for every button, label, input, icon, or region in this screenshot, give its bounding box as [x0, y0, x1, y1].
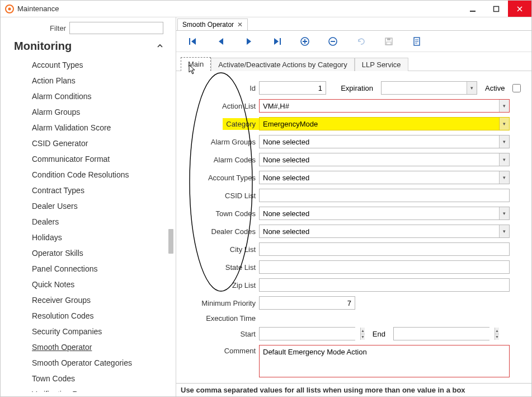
inner-tab[interactable]: LLP Service — [355, 58, 408, 71]
alarm-groups-value: None selected — [263, 138, 309, 146]
comment-textarea[interactable] — [259, 345, 510, 377]
undo-button[interactable] — [355, 36, 366, 47]
end-input[interactable] — [394, 328, 495, 340]
state-list-label: State List — [186, 263, 259, 272]
minimize-button[interactable] — [461, 1, 484, 17]
close-tab-icon[interactable]: ✕ — [237, 21, 243, 29]
inner-tabs: MainActivate/Deactivate Actions by Categ… — [176, 52, 531, 71]
csid-list-input[interactable] — [259, 189, 510, 202]
sidebar-item[interactable]: Town Codes — [5, 371, 176, 386]
spin-up-icon[interactable]: ▲ — [495, 328, 499, 334]
sidebar-item[interactable]: Alarm Groups — [5, 104, 176, 120]
sidebar: Filter Monitoring Account TypesAction Pl… — [1, 17, 176, 396]
csid-list-label: CSID List — [186, 192, 259, 200]
dealer-codes-select[interactable]: None selected ▾ — [259, 225, 510, 238]
sidebar-item[interactable]: Communicator Format — [5, 151, 176, 167]
sidebar-item[interactable]: Receiver Groups — [5, 292, 176, 308]
action-list-select[interactable]: VM#,H# ▾ — [259, 99, 510, 113]
id-label: Id — [186, 84, 259, 92]
svg-rect-3 — [494, 6, 499, 11]
app-icon — [5, 4, 14, 13]
log-button[interactable] — [411, 36, 422, 47]
alarm-groups-label: Alarm Groups — [186, 138, 259, 146]
start-spinner[interactable]: ▲▼ — [259, 327, 355, 340]
zip-list-input[interactable] — [259, 278, 510, 292]
maximize-button[interactable] — [484, 1, 508, 17]
sidebar-item[interactable]: CSID Generator — [5, 136, 176, 151]
dropdown-icon: ▾ — [499, 225, 509, 237]
alarm-codes-label: Alarm Codes — [186, 156, 259, 164]
account-types-select[interactable]: None selected ▾ — [259, 171, 510, 184]
filter-row: Filter — [5, 22, 176, 34]
sidebar-item[interactable]: Smooth Operator — [5, 339, 176, 355]
sidebar-item[interactable]: Alarm Conditions — [5, 88, 176, 104]
active-checkbox[interactable] — [512, 84, 521, 92]
sidebar-item[interactable]: Smooth Operator Categories — [5, 355, 176, 371]
prev-record-button[interactable] — [215, 36, 227, 47]
sidebar-item[interactable]: Alarm Validation Score — [5, 120, 176, 136]
last-record-button[interactable] — [271, 36, 283, 47]
chevron-up-icon — [157, 42, 163, 51]
svg-rect-2 — [470, 11, 475, 12]
close-button[interactable] — [508, 1, 531, 17]
sidebar-item[interactable]: Security Companies — [5, 324, 176, 339]
city-list-input[interactable] — [259, 242, 510, 256]
end-spinner[interactable]: ▲▼ — [393, 327, 489, 340]
svg-rect-5 — [280, 38, 281, 45]
filter-input[interactable] — [69, 22, 163, 34]
alarm-codes-select[interactable]: None selected ▾ — [259, 153, 510, 166]
inner-tab[interactable]: Main — [181, 57, 211, 71]
svg-rect-9 — [387, 38, 390, 40]
svg-rect-10 — [387, 42, 391, 45]
first-record-button[interactable] — [187, 36, 199, 47]
sidebar-item[interactable]: Contract Types — [5, 183, 176, 198]
inner-tab[interactable]: Activate/Deactivate Actions by Category — [211, 58, 355, 71]
sidebar-item[interactable]: Operator Skills — [5, 245, 176, 261]
min-priority-input[interactable] — [259, 296, 355, 310]
state-list-input[interactable] — [259, 260, 510, 274]
statusbar: Use comma separated values for all lists… — [176, 383, 531, 396]
titlebar: Maintenance — [1, 1, 531, 17]
next-record-button[interactable] — [243, 36, 255, 47]
dropdown-icon: ▾ — [467, 82, 477, 94]
svg-rect-4 — [189, 38, 190, 45]
nav-list: Account TypesAction PlansAlarm Condition… — [5, 57, 176, 392]
town-codes-select[interactable]: None selected ▾ — [259, 207, 510, 220]
account-types-label: Account Types — [186, 174, 259, 182]
form-area: Id Expiration ▾ Active Action List — [176, 71, 531, 383]
action-list-value: VM#,H# — [263, 102, 289, 110]
start-input[interactable] — [260, 328, 360, 340]
category-select[interactable]: EmergencyMode ▾ — [259, 117, 510, 130]
remove-button[interactable] — [327, 36, 338, 47]
sidebar-section-monitoring[interactable]: Monitoring — [5, 39, 176, 57]
file-tab-label: Smooth Operator — [182, 21, 234, 29]
add-button[interactable] — [299, 36, 310, 47]
expiration-select[interactable]: ▾ — [381, 81, 477, 95]
account-types-value: None selected — [263, 174, 309, 182]
sidebar-item[interactable]: Dealers — [5, 214, 176, 230]
sidebar-item[interactable]: Condition Code Resolutions — [5, 167, 176, 183]
sidebar-item[interactable]: Account Types — [5, 57, 176, 73]
sidebar-scrollbar-thumb[interactable] — [168, 229, 173, 254]
dropdown-icon: ▾ — [499, 171, 509, 184]
sidebar-item[interactable]: Action Plans — [5, 73, 176, 88]
alarm-groups-select[interactable]: None selected ▾ — [259, 135, 510, 148]
sidebar-scrollbar[interactable] — [166, 44, 176, 393]
sidebar-item[interactable]: Verification Response — [5, 386, 176, 392]
comment-label: Comment — [186, 345, 259, 355]
sidebar-item[interactable]: Panel Connections — [5, 261, 176, 277]
spin-down-icon[interactable]: ▼ — [495, 334, 499, 340]
sidebar-section-title: Monitoring — [14, 40, 72, 53]
id-input[interactable] — [259, 81, 326, 95]
save-button[interactable] — [383, 36, 394, 47]
zip-list-label: Zip List — [186, 281, 259, 289]
sidebar-item[interactable]: Holidays — [5, 230, 176, 245]
sidebar-item[interactable]: Quick Notes — [5, 277, 176, 292]
sidebar-item[interactable]: Dealer Users — [5, 198, 176, 214]
filter-label: Filter — [50, 24, 66, 32]
action-list-label: Action List — [186, 102, 259, 110]
dropdown-icon: ▾ — [499, 207, 509, 219]
file-tab-smooth-operator[interactable]: Smooth Operator ✕ — [177, 18, 248, 30]
sidebar-item[interactable]: Resolution Codes — [5, 308, 176, 324]
expiration-label: Expiration — [334, 84, 373, 92]
